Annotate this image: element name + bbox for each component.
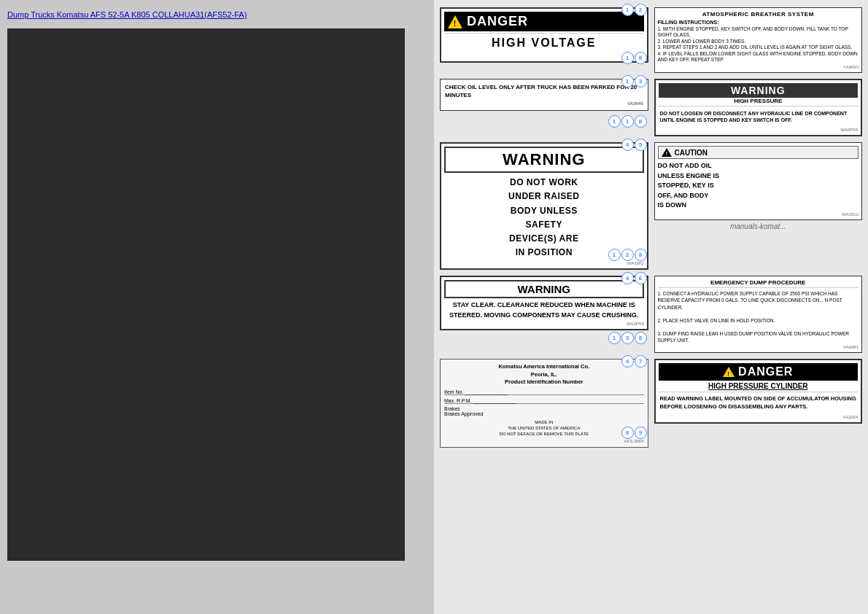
sc-nums-top: 4 6	[621, 272, 647, 284]
breadcrumb-link[interactable]: Dump Trucks Komatsu AFS 52-5A K805 COLLA…	[7, 10, 247, 19]
danger-hv-nums-bottom: 1 8	[621, 52, 647, 64]
warning-hp-banner: WARNING	[659, 83, 859, 98]
num-1: 1	[621, 4, 634, 16]
dhpc-text: DANGER	[738, 365, 793, 378]
stay-clear-card: WARNING STAY CLEAR. CLEARANCE REDUCED WH…	[440, 276, 648, 330]
emergency-col: EMERGENCY DUMP PROCEDURE 1. CONNECT A HY…	[654, 276, 863, 353]
danger-hpc-banner: ! DANGER	[659, 363, 859, 381]
atmospheric-card: ATMOSPHERIC BREATHER SYSTEM FILLING INST…	[654, 7, 863, 73]
hpc-subtitle: HIGH PRESSURE CYLINDER	[659, 381, 859, 392]
lw-banner: WARNING	[444, 147, 644, 173]
num-8: 8	[635, 52, 647, 64]
danger-hv-nums-top: 1 2	[621, 4, 647, 16]
lw-nums-bottom: 1 2 8	[608, 249, 647, 261]
atmospheric-title: ATMOSPHERIC BREATHER SYSTEM	[658, 11, 859, 18]
co-nums-bottom: 1 1 8	[608, 115, 647, 128]
watermark: manuals-komat...	[654, 222, 863, 230]
emergency-title: EMERGENCY DUMP PROCEDURE	[658, 279, 859, 288]
row-5: Komatsu America International Co. Peoria…	[440, 359, 862, 448]
row-2: CHECK OIL LEVEL ONLY AFTER TRUCK HAS BEE…	[440, 79, 862, 137]
sc-body: STAY CLEAR. CLEARANCE REDUCED WHEN MACHI…	[444, 300, 644, 320]
sc-banner: WARNING	[444, 280, 644, 298]
atmospheric-col: ATMOSPHERIC BREATHER SYSTEM FILLING INST…	[654, 7, 863, 73]
mfr-plate-card: Komatsu America International Co. Peoria…	[440, 359, 648, 448]
danger-hpc-card: ! DANGER HIGH PRESSURE CYLINDER READ WAR…	[654, 359, 863, 424]
sc-code: WA2P53	[444, 322, 644, 326]
check-oil-card: CHECK OIL LEVEL ONLY AFTER TRUCK HAS BEE…	[440, 79, 648, 112]
danger-triangle: !	[448, 15, 462, 28]
hv-text: HIGH VOLTAGE	[444, 33, 644, 53]
mfr-nums-top: 4 7	[621, 355, 647, 368]
caution-text: CAUTION	[675, 149, 708, 157]
lw-text: DO NOT WORKUNDER RAISEDBODY UNLESSSAFETY…	[444, 176, 644, 260]
warning-hp-card: WARNING HIGH PRESSURE DO NOT LOOSEN OR D…	[654, 79, 863, 137]
row-1: ! DANGER HIGH VOLTAGE WA3136 1 2 1 8 ATM…	[440, 7, 862, 73]
atm-code: YA9093	[658, 65, 859, 69]
mfr-field-itemno: Item No. _______________	[444, 389, 644, 395]
mfr-plate-col: Komatsu America International Co. Peoria…	[440, 359, 648, 448]
check-oil-text: CHECK OIL LEVEL ONLY AFTER TRUCK HAS BEE…	[445, 83, 643, 99]
danger-hv-col: ! DANGER HIGH VOLTAGE WA3136 1 2 1 8	[440, 7, 648, 73]
hpc-body: READ WARNING LABEL MOUNTED ON SIDE OF AC…	[659, 392, 859, 413]
mfr-footer: MADE INTHE UNITED STATES OF AMERICADO NO…	[444, 419, 644, 438]
emergency-card: EMERGENCY DUMP PROCEDURE 1. CONNECT A HY…	[654, 276, 863, 353]
check-oil-col: CHECK OIL LEVEL ONLY AFTER TRUCK HAS BEE…	[440, 79, 648, 137]
caution-col: ! CAUTION DO NOT ADD OILUNLESS ENGINE IS…	[654, 142, 863, 270]
danger-hv-card: ! DANGER HIGH VOLTAGE WA3136	[440, 7, 648, 63]
stay-clear-col: WARNING STAY CLEAR. CLEARANCE REDUCED WH…	[440, 276, 648, 353]
atmospheric-body: 1. WITH ENGINE STOPPED, KEY SWITCH OFF, …	[658, 26, 859, 63]
danger-hpc-col: ! DANGER HIGH PRESSURE CYLINDER READ WAR…	[654, 359, 863, 448]
hv-code: WA3136	[444, 54, 644, 58]
atmospheric-subtitle: FILLING INSTRUCTIONS:	[658, 20, 859, 25]
svg-text:!: !	[727, 370, 730, 377]
caution-banner: ! CAUTION	[658, 146, 859, 159]
num-1b: 1	[621, 52, 634, 64]
warning-hp-subtitle: HIGH PRESSURE	[659, 98, 859, 106]
whp-code: WA2P56	[659, 128, 859, 132]
co-code: VA3545	[445, 101, 643, 106]
danger-banner: ! DANGER	[444, 12, 644, 31]
right-panel: ! DANGER HIGH VOLTAGE WA3136 1 2 1 8 ATM…	[434, 0, 868, 614]
mfr-nums-bottom: 8 9	[621, 427, 647, 439]
row-3: WARNING DO NOT WORKUNDER RAISEDBODY UNLE…	[440, 142, 862, 270]
warning-hp-body: DO NOT LOOSEN OR DISCONNECT ANY HYDRAULI…	[659, 108, 859, 127]
lw-nums-top: 4 5	[621, 139, 647, 151]
dhpc-tri: !	[723, 367, 735, 377]
danger-text: DANGER	[467, 14, 528, 29]
mfr-code: AFS-3504	[444, 439, 644, 443]
row-4: WARNING STAY CLEAR. CLEARANCE REDUCED WH…	[440, 276, 862, 353]
sc-nums-bottom: 1 3 8	[608, 332, 647, 344]
num-2: 2	[635, 4, 647, 16]
co-nums-top: 1 3	[621, 75, 647, 88]
svg-text:!: !	[454, 20, 457, 28]
emg-code: VA6981	[658, 345, 859, 349]
mfr-field-brakes: BrakesBrakes Approved	[444, 406, 644, 416]
caution-tri: !	[662, 148, 672, 157]
lw-code: WA3302	[444, 261, 644, 265]
svg-text:!: !	[665, 151, 667, 156]
left-panel: Dump Trucks Komatsu AFS 52-5A K805 COLLA…	[0, 0, 434, 614]
caution-card: ! CAUTION DO NOT ADD OILUNLESS ENGINE IS…	[654, 142, 863, 220]
left-dark-area	[7, 28, 405, 561]
caution-body: DO NOT ADD OILUNLESS ENGINE ISSTOPPED, K…	[658, 161, 859, 211]
mfr-title: Komatsu America International Co. Peoria…	[444, 363, 644, 386]
c-code: WA3312	[658, 212, 859, 217]
warning-hp-col: WARNING HIGH PRESSURE DO NOT LOOSEN OR D…	[654, 79, 863, 137]
emergency-body: 1. CONNECT A HYDRAULIC POWER SUPPLY CAPA…	[658, 290, 859, 343]
large-warning-col: WARNING DO NOT WORKUNDER RAISEDBODY UNLE…	[440, 142, 648, 270]
mfr-field-rpm: Max. R.P.M. _______________	[444, 398, 644, 404]
hpc-code: YA3294	[659, 415, 859, 419]
